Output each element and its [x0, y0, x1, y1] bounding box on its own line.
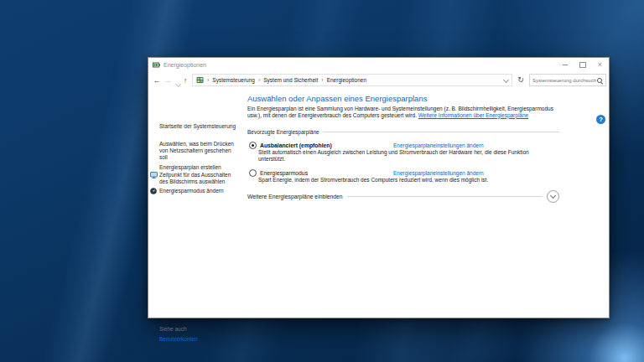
- divider: [323, 132, 559, 132]
- sidebar-item-bildschirm-ausschalten[interactable]: Zeitpunkt für das Ausschalten des Bildsc…: [159, 172, 240, 185]
- minimize-icon: [563, 65, 568, 65]
- maximize-button[interactable]: [574, 58, 591, 72]
- up-button[interactable]: ↑: [180, 75, 190, 86]
- display-icon: [150, 172, 158, 178]
- back-button[interactable]: ←: [152, 75, 162, 86]
- desktop: { "window": { "title": "Energieoptionen"…: [0, 0, 644, 362]
- sidebar-item-startseite[interactable]: Startseite der Systemsteuerung: [159, 123, 240, 130]
- expand-plans-button[interactable]: [547, 190, 559, 203]
- see-also-heading: Siehe auch: [159, 326, 187, 332]
- refresh-button[interactable]: ↻: [516, 75, 526, 85]
- energieoptionen-window: Energieoptionen × ← → ↑ › Systemsteuer: [148, 57, 610, 318]
- control-panel-icon: [196, 76, 204, 84]
- sidebar-item-energiesparmodus-aendern[interactable]: Energiesparmodus ändern: [159, 188, 240, 194]
- address-dropdown-button[interactable]: [504, 77, 508, 83]
- plan-row-ausbalanciert: Ausbalanciert (empfohlen) Energiesparpla…: [249, 142, 559, 149]
- window-body: Startseite der Systemsteuerung Auswählen…: [148, 90, 609, 318]
- address-bar[interactable]: › Systemsteuerung › System und Sicherhei…: [192, 74, 512, 86]
- plan-description: Spart Energie, indem der Stromverbrauch …: [258, 177, 557, 184]
- sidebar-link-benutzerkonten[interactable]: Benutzerkonten: [159, 336, 198, 342]
- divider: [347, 196, 543, 197]
- sidebar-item-label: Zeitpunkt für das Ausschalten des Bildsc…: [159, 172, 231, 184]
- maximize-icon: [579, 62, 586, 68]
- main-content: Auswählen oder Anpassen eines Energiespa…: [247, 90, 561, 318]
- sidebar: Startseite der Systemsteuerung Auswählen…: [148, 90, 242, 318]
- section-title: Bevorzugte Energiesparpläne: [247, 129, 319, 135]
- sidebar-item-energiesparplan-erstellen[interactable]: Energiesparplan erstellen: [159, 164, 240, 171]
- sidebar-item-label: Energiesparmodus ändern: [159, 188, 224, 194]
- search-input[interactable]: [532, 78, 596, 83]
- section-bevorzugte-energiesparplaene: Bevorzugte Energiesparpläne: [247, 129, 559, 135]
- plan-name[interactable]: Ausbalanciert (empfohlen): [260, 142, 332, 148]
- radio-ausbalanciert[interactable]: [249, 142, 257, 149]
- close-button[interactable]: ×: [591, 58, 609, 72]
- show-more-label: Weitere Energiesparpläne einblenden: [247, 194, 343, 199]
- help-icon[interactable]: ?: [596, 115, 605, 124]
- toolbar: ← → ↑ › Systemsteuerung › System und Sic…: [148, 72, 609, 90]
- plan-name[interactable]: Energiesparmodus: [260, 170, 308, 176]
- breadcrumb-separator: ›: [207, 77, 209, 83]
- close-icon: ×: [598, 61, 602, 69]
- breadcrumb-separator: ›: [258, 77, 260, 83]
- page-title: Auswählen oder Anpassen eines Energiespa…: [247, 94, 427, 103]
- power-meter-icon: [150, 188, 157, 194]
- link-energiesparplaneinstellungen-1[interactable]: Energiesparplaneinstellungen ändern: [393, 142, 484, 148]
- show-more-row: Weitere Energiesparpläne einblenden: [247, 190, 559, 203]
- battery-icon: [153, 61, 160, 69]
- link-weitere-informationen[interactable]: Weitere Informationen über Energiesparpl…: [418, 112, 528, 118]
- titlebar[interactable]: Energieoptionen ×: [148, 58, 609, 72]
- plan-row-energiesparmodus: Energiesparmodus Energiesparplaneinstell…: [249, 169, 559, 177]
- breadcrumb-system-und-sicherheit[interactable]: System und Sicherheit: [263, 77, 318, 83]
- search-box[interactable]: [529, 74, 606, 86]
- minimize-button[interactable]: [556, 58, 574, 72]
- chevron-down-icon: [503, 77, 509, 83]
- forward-button[interactable]: →: [163, 75, 173, 86]
- breadcrumb-separator: ›: [321, 77, 323, 83]
- sidebar-item-netzschalter[interactable]: Auswählen, was beim Drücken von Netzscha…: [159, 141, 240, 161]
- search-icon[interactable]: [596, 77, 603, 84]
- intro-paragraph: Ein Energiesparplan ist eine Sammlung vo…: [247, 106, 558, 118]
- window-title: Energieoptionen: [164, 62, 206, 68]
- chevron-down-icon: [550, 193, 556, 199]
- link-energiesparplaneinstellungen-2[interactable]: Energiesparplaneinstellungen ändern: [393, 170, 484, 176]
- plan-description: Stellt automatisch einen Ausgleich zwisc…: [258, 149, 557, 162]
- breadcrumb-systemsteuerung[interactable]: Systemsteuerung: [212, 77, 255, 83]
- breadcrumb-energieoptionen[interactable]: Energieoptionen: [327, 77, 366, 83]
- radio-energiesparmodus[interactable]: [249, 169, 257, 177]
